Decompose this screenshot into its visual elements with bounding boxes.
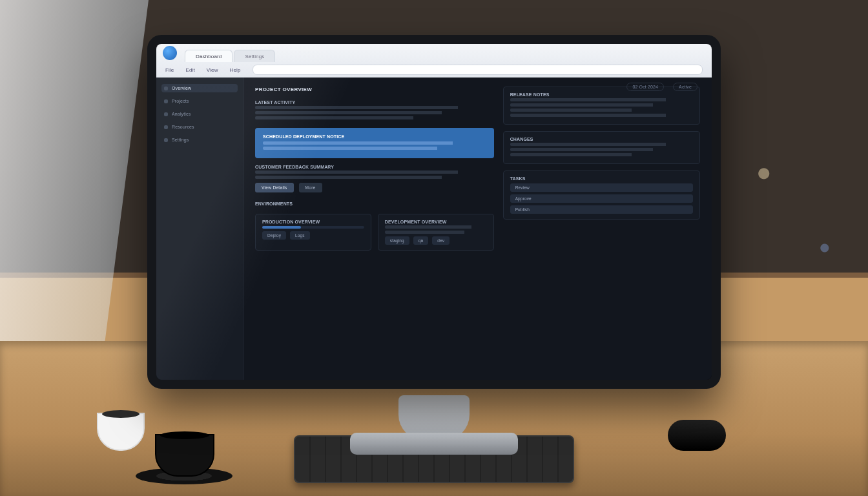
card-title: Production Overview (262, 220, 364, 224)
task-approve[interactable]: Approve (510, 194, 693, 203)
page-title: Project Overview (255, 87, 494, 92)
tab-settings[interactable]: Settings (234, 50, 275, 62)
bullet-icon (164, 125, 168, 129)
panel-title: Release Notes (510, 92, 693, 97)
task-review[interactable]: Review (510, 183, 693, 192)
right-column: Release Notes Changes Tasks Review Appro… (503, 87, 700, 372)
section2-text (255, 170, 494, 179)
menu-file[interactable]: File (165, 67, 174, 73)
computer-mouse (668, 420, 726, 451)
intro-heading: Latest Activity (255, 100, 494, 105)
card-production: Production Overview Deploy Logs (255, 214, 371, 251)
menu-help[interactable]: Help (230, 67, 241, 73)
sidebar-item-label: Settings (172, 138, 189, 142)
card-row: Production Overview Deploy Logs Developm… (255, 214, 494, 251)
menu-edit[interactable]: Edit (185, 67, 194, 73)
view-details-button[interactable]: View Details (255, 183, 294, 192)
workspace-scene: Dashboard Settings File Edit View Help O… (0, 0, 868, 496)
more-button[interactable]: More (299, 183, 322, 192)
browser-logo-icon (163, 46, 177, 60)
sidebar-item-resources[interactable]: Resources (161, 123, 238, 131)
bullet-icon (164, 87, 168, 90)
meta-date: 02 Oct 2024 (626, 83, 664, 91)
section2-heading: Customer Feedback Summary (255, 165, 494, 169)
panel-tasks: Tasks Review Approve Publish (503, 170, 700, 220)
url-bar[interactable] (253, 65, 703, 75)
card-title: Development Overview (385, 220, 487, 224)
sidebar-item-label: Analytics (172, 112, 191, 116)
panel-title: Changes (510, 137, 693, 141)
panel-title: Tasks (510, 176, 693, 181)
sidebar-item-label: Projects (172, 99, 189, 103)
header-meta: 02 Oct 2024 Active (626, 83, 698, 91)
callout-panel: Scheduled Deployment Notice (255, 128, 494, 158)
screen: Dashboard Settings File Edit View Help O… (156, 44, 712, 380)
sidebar: Overview Projects Analytics Resources (156, 78, 243, 380)
callout-text (263, 141, 486, 150)
sidebar-item-overview[interactable]: Overview (161, 84, 238, 92)
panel-changes: Changes (503, 131, 700, 164)
tab-dashboard[interactable]: Dashboard (185, 50, 232, 62)
card-development: Development Overview staging qa dev (378, 214, 494, 251)
tab-strip: Dashboard Settings (156, 44, 712, 62)
sidebar-item-label: Overview (172, 86, 191, 90)
bullet-icon (164, 99, 168, 103)
bullet-icon (164, 138, 168, 142)
cards-heading: Environments (255, 202, 494, 206)
content-area: 02 Oct 2024 Active Project Overview Late… (243, 78, 712, 380)
monitor: Dashboard Settings File Edit View Help O… (147, 35, 721, 389)
chip-staging[interactable]: staging (385, 236, 409, 245)
logs-button[interactable]: Logs (290, 231, 310, 240)
panel-release-notes: Release Notes (503, 87, 700, 125)
window-light (0, 0, 149, 349)
browser-toolbar: File Edit View Help (156, 62, 712, 78)
page-body: Overview Projects Analytics Resources (156, 78, 712, 380)
sidebar-item-projects[interactable]: Projects (161, 97, 238, 105)
progress-bar (262, 226, 364, 229)
deploy-button[interactable]: Deploy (262, 231, 286, 240)
intro-text (255, 106, 494, 119)
sidebar-item-label: Resources (172, 125, 194, 129)
chip-dev[interactable]: dev (432, 236, 450, 245)
card-text (385, 225, 487, 234)
panel-text (510, 143, 693, 156)
sidebar-item-settings[interactable]: Settings (161, 136, 238, 144)
section-intro: Latest Activity (255, 100, 494, 121)
black-cup (155, 434, 214, 477)
bullet-icon (164, 112, 168, 116)
callout-heading: Scheduled Deployment Notice (263, 134, 486, 139)
panel-text (510, 98, 693, 117)
menu-view[interactable]: View (207, 67, 218, 73)
monitor-stand (398, 395, 470, 440)
sidebar-item-analytics[interactable]: Analytics (161, 110, 238, 118)
meta-status: Active (673, 83, 698, 91)
task-publish[interactable]: Publish (510, 205, 693, 214)
main-column: Project Overview Latest Activity Schedul… (255, 87, 494, 372)
chip-qa[interactable]: qa (413, 236, 429, 245)
browser-chrome: Dashboard Settings File Edit View Help (156, 44, 712, 78)
section-feedback: Customer Feedback Summary View Details M… (255, 165, 494, 192)
